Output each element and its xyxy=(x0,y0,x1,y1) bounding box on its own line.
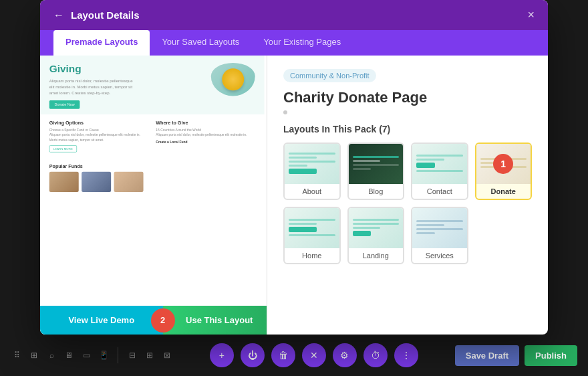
layout-thumb-blog[interactable]: Blog xyxy=(347,143,405,200)
thumb-label-about: About xyxy=(285,184,339,199)
popular-title: Popular Funds xyxy=(49,163,255,169)
trash-circle-button[interactable]: 🗑 xyxy=(271,343,295,367)
tab-premade[interactable]: Premade Layouts xyxy=(53,30,150,56)
view-demo-button[interactable]: View Live Demo xyxy=(40,306,163,335)
thumb-img-about xyxy=(285,144,339,184)
back-button[interactable]: ← xyxy=(53,9,64,21)
layout-preview-panel: Giving Aliquam porta nisl dolor, molesti… xyxy=(40,56,267,335)
action-badge-2: 2 xyxy=(151,308,175,333)
thumb-label-contact: Contact xyxy=(412,184,467,199)
search-icon[interactable]: ⌕ xyxy=(45,349,57,361)
layout-dot-separator xyxy=(283,110,287,114)
preview-hero: Giving Aliquam porta nisl dolor, molesti… xyxy=(40,56,265,114)
thumb-lines-services xyxy=(412,216,467,240)
close-button[interactable]: × xyxy=(527,8,535,22)
bottom-toolbar: ⠿ ⊞ ⌕ 🖥 ▭ 📱 ⊟ ⊞ ⊠ + ⏻ 🗑 ✕ ⚙ ⏱ ⋮ Save Dra… xyxy=(0,335,588,376)
modal-tabs: Premade Layouts Your Saved Layouts Your … xyxy=(40,30,548,56)
section1-link[interactable]: LEARN MORE xyxy=(49,145,77,152)
thumb-lines-about xyxy=(285,149,339,180)
layout-thumb-contact[interactable]: Contact xyxy=(411,143,468,200)
modal-overlay: ← Layout Details × Premade Layouts Your … xyxy=(0,0,588,335)
thumb-lines-blog xyxy=(349,152,404,176)
close-circle-button[interactable]: ✕ xyxy=(302,343,326,367)
publish-button[interactable]: Publish xyxy=(525,345,577,366)
section1-subtitle: Choose a Specific Fund or Cause xyxy=(49,128,149,132)
save-draft-button[interactable]: Save Draft xyxy=(455,345,519,366)
toolbar-divider-1 xyxy=(118,347,118,363)
more-circle-button[interactable]: ⋮ xyxy=(394,343,418,367)
toolbar-right: Save Draft Publish xyxy=(455,345,577,366)
layouts-grid: About Blog xyxy=(283,143,532,264)
preview-actions-bar: View Live Demo 2 Use This Layout xyxy=(40,306,267,335)
modal-body: Giving Aliquam porta nisl dolor, molesti… xyxy=(40,56,548,335)
preview-sections: Giving Options Choose a Specific Fund or… xyxy=(40,114,265,158)
preview-hero-text: Giving Aliquam porta nisl dolor, molesti… xyxy=(49,63,204,108)
popular-images-row xyxy=(49,172,255,192)
more-icon[interactable]: ⊠ xyxy=(161,349,173,361)
modal-header: ← Layout Details × xyxy=(40,0,548,30)
popular-image-2 xyxy=(82,172,111,192)
preview-popular: Popular Funds xyxy=(40,158,265,196)
layout-thumb-services[interactable]: Services xyxy=(411,207,468,264)
layout-thumb-home[interactable]: Home xyxy=(283,207,341,264)
modal-title: Layout Details xyxy=(71,9,521,21)
popular-image-3 xyxy=(114,172,144,192)
section1-body: Aliquam porta nisl dolor, molestie pelle… xyxy=(49,132,149,143)
layout-details-modal: ← Layout Details × Premade Layouts Your … xyxy=(40,0,548,335)
thumb-lines-landing xyxy=(349,215,404,242)
use-layout-wrap: 2 Use This Layout xyxy=(163,306,267,335)
section2-subtitle: 15 Countries Around the World xyxy=(156,128,255,132)
layout-details-panel: Community & Non-Profit Charity Donate Pa… xyxy=(267,56,548,335)
preview-cta-button[interactable]: Donate Now xyxy=(49,100,80,109)
power-circle-button[interactable]: ⏻ xyxy=(241,343,265,367)
preview-page-title: Giving xyxy=(49,63,204,75)
thumb-img-blog xyxy=(349,144,404,184)
add-circle-button[interactable]: + xyxy=(210,343,234,367)
preview-page: Giving Aliquam porta nisl dolor, molesti… xyxy=(40,56,265,225)
thumb-img-services xyxy=(412,208,467,248)
layout-icon[interactable]: ⊞ xyxy=(28,349,40,361)
toolbar-left: ⠿ ⊞ ⌕ 🖥 ▭ 📱 ⊟ ⊞ ⊠ xyxy=(11,347,173,363)
pack-label: Layouts In This Pack (7) xyxy=(283,124,532,134)
category-badge: Community & Non-Profit xyxy=(283,69,376,82)
desktop-icon[interactable]: 🖥 xyxy=(63,349,75,361)
popular-image-1 xyxy=(49,172,79,192)
settings-circle-button[interactable]: ⚙ xyxy=(333,343,357,367)
layout-main-title: Charity Donate Page xyxy=(283,89,532,106)
preview-hero-image xyxy=(211,63,255,96)
thumb-label-home: Home xyxy=(285,248,339,263)
section1-title: Giving Options xyxy=(49,120,149,125)
section2-title: Where to Give xyxy=(156,120,255,125)
thumb-img-landing xyxy=(349,208,404,248)
wireframe-icon[interactable]: ⊟ xyxy=(126,349,138,361)
layout-thumb-donate[interactable]: 1 Donate xyxy=(475,143,533,200)
history-circle-button[interactable]: ⏱ xyxy=(363,343,388,367)
thumb-label-services: Services xyxy=(412,248,467,263)
tab-existing[interactable]: Your Existing Pages xyxy=(251,30,353,56)
section2-body: Aliquam porta nisl dolor, molestie pelle… xyxy=(156,132,255,137)
coin-image xyxy=(222,68,244,90)
tab-saved[interactable]: Your Saved Layouts xyxy=(150,30,251,56)
thumb-lines-contact xyxy=(412,151,467,178)
thumb-label-landing: Landing xyxy=(349,248,404,263)
layout-thumb-landing[interactable]: Landing xyxy=(347,207,405,264)
use-layout-button[interactable]: Use This Layout xyxy=(163,306,267,335)
toolbar-center: + ⏻ 🗑 ✕ ⚙ ⏱ ⋮ xyxy=(173,343,455,367)
zoom-icon[interactable]: ⊞ xyxy=(144,349,156,361)
thumb-img-home xyxy=(285,208,339,248)
thumb-label-donate: Donate xyxy=(476,184,531,199)
preview-section-2: Where to Give 15 Countries Around the Wo… xyxy=(156,120,255,153)
layout-thumb-about[interactable]: About xyxy=(283,143,341,200)
grid-icon[interactable]: ⠿ xyxy=(11,349,23,361)
thumb-lines-home xyxy=(285,215,339,242)
tablet-icon[interactable]: ▭ xyxy=(80,349,92,361)
preview-body-text: Aliquam porta nisl dolor, molestie pelle… xyxy=(49,78,204,96)
thumb-label-blog: Blog xyxy=(349,184,404,199)
thumb-img-contact xyxy=(412,144,467,184)
mobile-icon[interactable]: 📱 xyxy=(98,349,110,361)
selected-layout-badge: 1 xyxy=(493,154,513,174)
thumb-img-donate: 1 xyxy=(476,144,531,184)
preview-section-1: Giving Options Choose a Specific Fund or… xyxy=(49,120,149,153)
section2-link: Create a Local Fund xyxy=(156,140,255,145)
